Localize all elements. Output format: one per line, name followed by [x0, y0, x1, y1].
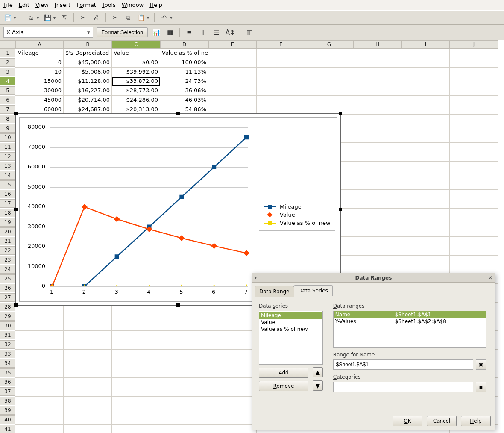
cell[interactable]	[450, 237, 498, 246]
paste-dropdown-icon[interactable]: ▾	[147, 15, 149, 20]
new-doc-dropdown-icon[interactable]: ▾	[14, 15, 16, 20]
cell[interactable]	[353, 96, 401, 105]
cell[interactable]	[160, 331, 208, 340]
cell[interactable]	[450, 190, 498, 199]
cell[interactable]	[208, 397, 257, 406]
cell[interactable]	[450, 86, 498, 96]
cell[interactable]	[401, 199, 450, 209]
cell[interactable]	[450, 152, 498, 162]
cell[interactable]	[64, 378, 112, 387]
cell[interactable]	[208, 359, 257, 368]
cell[interactable]	[112, 359, 160, 368]
cell[interactable]	[160, 397, 208, 406]
tab-data-range[interactable]: Data Range	[255, 286, 294, 297]
cell[interactable]	[112, 368, 160, 378]
cell[interactable]	[15, 406, 64, 415]
plot-area[interactable]	[50, 127, 248, 286]
menu-edit[interactable]: Edit	[19, 2, 29, 8]
col-header[interactable]: G	[305, 40, 353, 49]
cell[interactable]	[15, 368, 64, 378]
cell[interactable]	[450, 49, 498, 58]
help-button[interactable]: Help	[461, 416, 491, 426]
cell[interactable]	[401, 256, 450, 265]
col-header[interactable]: H	[353, 40, 401, 49]
cell[interactable]	[112, 415, 160, 425]
cell[interactable]	[64, 397, 112, 406]
cell[interactable]	[208, 58, 257, 68]
menu-help[interactable]: Help	[149, 2, 162, 8]
menu-tools[interactable]: Tools	[102, 2, 116, 8]
row-header[interactable]: 25	[0, 274, 15, 283]
cell[interactable]	[257, 96, 305, 105]
cell[interactable]	[401, 246, 450, 256]
corner-header[interactable]	[0, 40, 15, 49]
cell[interactable]	[353, 58, 401, 68]
cell[interactable]	[15, 387, 64, 397]
menu-view[interactable]: View	[35, 2, 49, 8]
open-dropdown-icon[interactable]: ▾	[37, 15, 39, 20]
font-icon[interactable]: A↕	[225, 28, 235, 37]
cell[interactable]	[160, 406, 208, 415]
row-header[interactable]: 26	[0, 284, 15, 292]
save-icon[interactable]: 💾	[43, 13, 52, 22]
cell[interactable]	[353, 105, 401, 115]
cell[interactable]	[15, 340, 64, 350]
cell[interactable]	[112, 312, 160, 321]
format-selection-button[interactable]: Format Selection	[97, 27, 148, 37]
row-header[interactable]: 21	[0, 237, 15, 245]
cell[interactable]	[15, 350, 64, 359]
cell[interactable]	[208, 350, 257, 359]
cell[interactable]	[401, 209, 450, 218]
cell[interactable]	[450, 58, 498, 68]
dialog-menu-icon[interactable]: ▾	[255, 275, 257, 280]
cell[interactable]	[160, 321, 208, 331]
print-icon[interactable]: 🖨	[92, 13, 100, 22]
row-header[interactable]: 7	[0, 105, 15, 114]
cell[interactable]: $16,227.00	[64, 86, 112, 96]
col-header[interactable]: C	[112, 40, 160, 49]
cell[interactable]	[112, 331, 160, 340]
menu-file[interactable]: File	[3, 2, 13, 8]
data-series-list[interactable]: Mileage Value Value as % of new	[259, 311, 323, 365]
cell[interactable]	[450, 199, 498, 209]
cell[interactable]	[15, 359, 64, 368]
cell[interactable]	[353, 49, 401, 58]
cell[interactable]	[208, 49, 257, 58]
cell[interactable]	[353, 246, 401, 256]
cell[interactable]	[353, 199, 401, 209]
cell[interactable]	[401, 143, 450, 152]
cell[interactable]	[257, 86, 305, 96]
row-header[interactable]: 3	[0, 68, 15, 76]
list-item[interactable]: Value	[259, 319, 322, 326]
row-header[interactable]: 27	[0, 293, 15, 302]
cut-icon[interactable]: ✂	[111, 13, 120, 22]
cell[interactable]	[353, 256, 401, 265]
undo-icon[interactable]: ↶	[160, 13, 168, 22]
cell[interactable]	[450, 68, 498, 77]
remove-button[interactable]: Remove	[259, 381, 308, 391]
row-header[interactable]: 31	[0, 331, 15, 339]
cell[interactable]	[401, 77, 450, 86]
row-header[interactable]: 16	[0, 190, 15, 198]
row-header[interactable]: 34	[0, 359, 15, 368]
open-icon[interactable]: 🗂	[26, 13, 35, 22]
row-header[interactable]: 29	[0, 312, 15, 321]
cell[interactable]: Mileage	[15, 49, 64, 58]
cell[interactable]	[112, 425, 160, 433]
cell[interactable]: $5,008.00	[64, 68, 112, 77]
row-header[interactable]: 20	[0, 227, 15, 236]
row-header[interactable]: 4	[0, 77, 15, 85]
cell[interactable]: 46.03%	[160, 96, 208, 105]
cell[interactable]	[64, 312, 112, 321]
cell[interactable]	[353, 171, 401, 180]
row-header[interactable]: 14	[0, 171, 15, 180]
cell[interactable]	[305, 68, 353, 77]
legend-icon[interactable]: ☰	[211, 28, 222, 37]
vgrid-icon[interactable]: ⦀	[198, 28, 208, 37]
cell[interactable]	[305, 86, 353, 96]
row-header[interactable]: 11	[0, 143, 15, 151]
cell[interactable]: Value as % of new	[160, 49, 208, 58]
cell[interactable]	[208, 321, 257, 331]
cell[interactable]	[15, 378, 64, 387]
cell[interactable]	[208, 331, 257, 340]
